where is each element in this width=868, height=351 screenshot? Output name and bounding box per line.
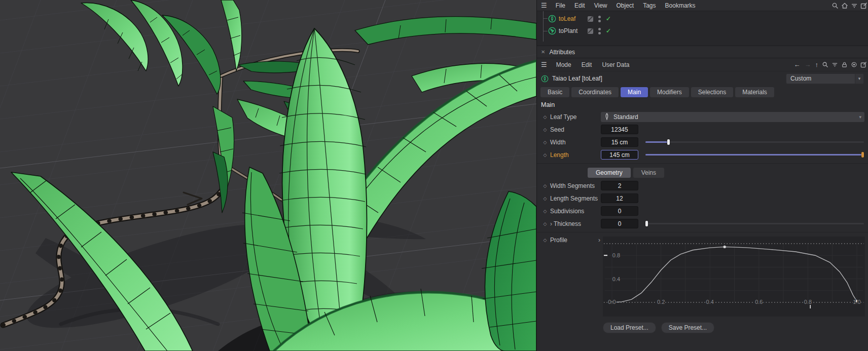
target-icon[interactable] — [849, 60, 859, 69]
enabled-checkmark-icon[interactable]: ✓ — [606, 27, 611, 34]
toolbar-mode[interactable]: Mode — [551, 61, 576, 68]
param-row-length: ◇ Length 145 cm — [537, 148, 868, 161]
width-slider[interactable] — [645, 137, 864, 147]
profile-curve-svg: 0.80.40.00.20.40.60.81.0 — [603, 237, 865, 317]
diamond-icon: ◇ — [540, 114, 550, 120]
viewport-3d[interactable] — [0, 0, 536, 351]
sub-tabs: Geometry Veins — [537, 166, 868, 179]
tab-main[interactable]: Main — [621, 87, 648, 97]
attributes-title-bar: ✕ Attributes — [537, 46, 868, 58]
profile-curve-editor[interactable]: 0.80.40.00.20.40.60.81.0 — [603, 237, 865, 317]
lock-icon[interactable] — [840, 60, 849, 69]
param-label: Leaf Type — [550, 113, 601, 121]
tab-basic[interactable]: Basic — [540, 87, 569, 97]
menu-view[interactable]: View — [590, 2, 612, 9]
menu-bookmarks[interactable]: Bookmarks — [661, 2, 700, 9]
attr-search-icon[interactable] — [820, 60, 830, 69]
attributes-menu-icon[interactable]: ☰ — [541, 61, 547, 68]
width-segments-input[interactable]: 2 — [601, 181, 638, 190]
load-preset-button[interactable]: Load Preset... — [603, 322, 656, 333]
svg-text:0.8: 0.8 — [804, 299, 812, 305]
attr-compose-icon[interactable] — [859, 60, 868, 69]
layer-tag-icon[interactable] — [588, 28, 593, 34]
back-arrow-icon[interactable]: ← — [792, 61, 803, 68]
slider-handle[interactable] — [667, 139, 670, 145]
panel-filler — [537, 336, 868, 351]
divider — [537, 232, 868, 232]
search-icon[interactable] — [830, 1, 840, 10]
preset-dropdown-value: Custom — [786, 75, 855, 82]
param-label: ›Thickness — [550, 220, 601, 227]
chevron-down-icon: ▾ — [859, 114, 861, 120]
tab-materials[interactable]: Materials — [735, 87, 774, 97]
length-slider[interactable] — [645, 150, 864, 160]
toolbar-user-data[interactable]: User Data — [597, 61, 634, 68]
chevron-down-icon: ▾ — [855, 74, 863, 84]
param-row-thickness: ◇ ›Thickness 0 — [537, 217, 868, 230]
object-row-toleaf[interactable]: toLeaf ✓ — [537, 13, 868, 25]
svg-text:0.0: 0.0 — [608, 299, 616, 305]
param-row-leaf-type: ◇ Leaf Type Standard ▾ — [537, 110, 868, 123]
divider — [537, 163, 868, 164]
param-label: Subdivisions — [550, 208, 601, 215]
diamond-icon: ◇ — [540, 183, 550, 188]
menu-tags[interactable]: Tags — [638, 2, 660, 9]
filter-icon[interactable] — [849, 1, 859, 10]
compose-icon[interactable] — [859, 1, 868, 10]
attr-filter-icon[interactable] — [830, 60, 840, 69]
preset-footer: Load Preset... Save Preset... — [537, 319, 868, 336]
seed-input[interactable]: 12345 — [601, 125, 638, 134]
thickness-input[interactable]: 0 — [601, 219, 638, 228]
leaf-type-dropdown[interactable]: Standard ▾ — [601, 112, 864, 122]
attribute-tabs: Basic Coordinates Main Modifiers Selecti… — [537, 86, 868, 99]
menu-file[interactable]: File — [551, 2, 570, 9]
tree-stub — [543, 18, 548, 19]
toolbar-edit[interactable]: Edit — [576, 61, 597, 68]
forward-arrow-icon[interactable]: → — [803, 61, 813, 68]
menu-object[interactable]: Object — [611, 2, 638, 9]
slider-handle[interactable] — [645, 221, 648, 226]
svg-text:0.2: 0.2 — [657, 299, 665, 305]
object-name[interactable]: toPlant — [559, 27, 582, 34]
length-segments-input[interactable]: 12 — [601, 193, 638, 203]
param-label: Length Segments — [550, 195, 601, 202]
object-manager: toLeaf ✓ toPlant ✓ — [537, 11, 868, 46]
width-input[interactable]: 15 cm — [601, 137, 638, 147]
slider-handle[interactable] — [861, 152, 864, 158]
param-row-width-segments: ◇ Width Segments 2 — [537, 179, 868, 192]
menu-bar: ☰ File Edit View Object Tags Bookmarks — [537, 0, 868, 11]
svg-text:0.4: 0.4 — [612, 276, 620, 282]
close-icon[interactable]: ✕ — [541, 49, 545, 55]
right-panel: ☰ File Edit View Object Tags Bookmarks — [536, 0, 868, 351]
param-label: Length — [550, 151, 601, 159]
layer-tag-icon[interactable] — [588, 16, 593, 22]
subdivisions-input[interactable]: 0 — [601, 206, 638, 216]
home-icon[interactable] — [840, 1, 849, 10]
visibility-dots[interactable] — [598, 16, 601, 22]
param-label: Seed — [550, 126, 601, 133]
subtab-veins[interactable]: Veins — [633, 168, 664, 178]
up-arrow-icon[interactable]: ↑ — [813, 61, 821, 68]
enabled-checkmark-icon[interactable]: ✓ — [606, 15, 611, 22]
thickness-slider[interactable] — [645, 219, 864, 228]
object-name[interactable]: toLeaf — [559, 15, 582, 22]
length-input[interactable]: 145 cm — [601, 150, 638, 160]
leaf-glyph-icon — [604, 113, 610, 121]
preset-dropdown[interactable]: Custom ▾ — [786, 73, 864, 84]
expand-chevron-icon[interactable]: › — [550, 220, 552, 227]
tab-coordinates[interactable]: Coordinates — [571, 87, 619, 97]
diamond-icon: ◇ — [540, 196, 550, 201]
expand-chevron-icon[interactable]: › — [598, 237, 600, 244]
subtab-geometry[interactable]: Geometry — [588, 168, 631, 178]
param-row-profile: ◇ Profile › 0.80.40.00.20.40.60.81.0 — [537, 235, 868, 319]
plant-wireframe-scene — [0, 0, 536, 351]
visibility-dots[interactable] — [598, 28, 601, 34]
diamond-icon: ◇ — [540, 152, 550, 158]
save-preset-button[interactable]: Save Preset... — [661, 322, 714, 333]
menu-hamburger-icon[interactable]: ☰ — [541, 2, 547, 9]
tab-modifiers[interactable]: Modifiers — [650, 87, 689, 97]
tab-selections[interactable]: Selections — [691, 87, 733, 97]
param-row-length-segments: ◇ Length Segments 12 — [537, 192, 868, 205]
object-row-toplant[interactable]: toPlant ✓ — [537, 25, 868, 37]
menu-edit[interactable]: Edit — [570, 2, 590, 9]
